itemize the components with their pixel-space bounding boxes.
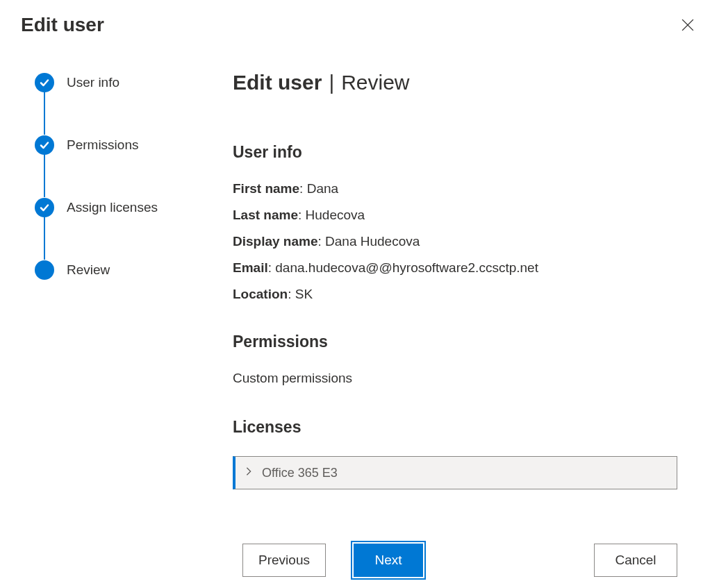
dialog-title: Edit user xyxy=(21,14,104,36)
field-first-name: First name: Dana xyxy=(233,181,677,196)
field-value: Hudecova xyxy=(306,208,365,222)
user-info-section: User info First name: Dana Last name: Hu… xyxy=(233,143,677,313)
section-title-licenses: Licenses xyxy=(233,418,677,437)
wizard-footer: Previous Next Cancel xyxy=(233,544,677,577)
review-content: Edit user | Review User info First name:… xyxy=(229,71,698,577)
field-label: Last name xyxy=(233,208,298,222)
step-connector xyxy=(44,217,45,260)
field-label: Location xyxy=(233,287,288,301)
step-complete-icon xyxy=(35,198,54,217)
permissions-section: Permissions Custom permissions xyxy=(233,333,677,398)
title-separator: | xyxy=(329,71,334,94)
dialog-header: Edit user xyxy=(21,14,698,36)
step-label: User info xyxy=(67,75,119,90)
step-user-info[interactable]: User info xyxy=(35,72,229,93)
step-label: Permissions xyxy=(67,137,138,153)
step-current-icon xyxy=(35,260,54,280)
step-assign-licenses[interactable]: Assign licenses xyxy=(35,197,229,218)
chevron-right-icon xyxy=(244,467,254,479)
step-label: Assign licenses xyxy=(67,200,158,215)
field-value: Dana Hudecova xyxy=(325,234,420,249)
step-permissions[interactable]: Permissions xyxy=(35,135,229,156)
step-connector xyxy=(44,92,45,135)
field-label: Display name xyxy=(233,234,318,249)
section-title-user-info: User info xyxy=(233,143,677,162)
page-subtitle: Review xyxy=(341,71,409,94)
license-label: Office 365 E3 xyxy=(262,466,338,480)
step-connector xyxy=(44,154,45,197)
close-button[interactable] xyxy=(677,15,698,35)
field-display-name: Display name: Dana Hudecova xyxy=(233,234,677,249)
page-title: Edit user xyxy=(233,71,322,94)
step-review[interactable]: Review xyxy=(35,260,229,280)
field-email: Email: dana.hudecova@@hyrosoftware2.ccsc… xyxy=(233,260,677,276)
section-title-permissions: Permissions xyxy=(233,333,677,351)
page-heading: Edit user | Review xyxy=(233,71,677,94)
edit-user-dialog: Edit user User info xyxy=(0,0,719,588)
field-location: Location: SK xyxy=(233,287,677,302)
cancel-button[interactable]: Cancel xyxy=(594,544,677,577)
permissions-value: Custom permissions xyxy=(233,371,677,386)
dialog-body: User info Permissions Assign licenses Re xyxy=(21,71,698,577)
next-button[interactable]: Next xyxy=(354,544,423,577)
step-complete-icon xyxy=(35,73,54,92)
licenses-section: Licenses Office 365 E3 xyxy=(233,418,677,489)
field-last-name: Last name: Hudecova xyxy=(233,208,677,223)
field-value: SK xyxy=(295,287,313,301)
field-value: dana.hudecova@@hyrosoftware2.ccsctp.net xyxy=(275,260,538,275)
field-value: Dana xyxy=(307,181,338,196)
field-label: Email xyxy=(233,260,268,275)
step-label: Review xyxy=(67,262,110,278)
previous-button[interactable]: Previous xyxy=(242,544,326,577)
field-label: First name xyxy=(233,181,299,196)
license-row[interactable]: Office 365 E3 xyxy=(233,456,677,489)
step-complete-icon xyxy=(35,135,54,155)
wizard-stepper: User info Permissions Assign licenses Re xyxy=(21,71,229,577)
